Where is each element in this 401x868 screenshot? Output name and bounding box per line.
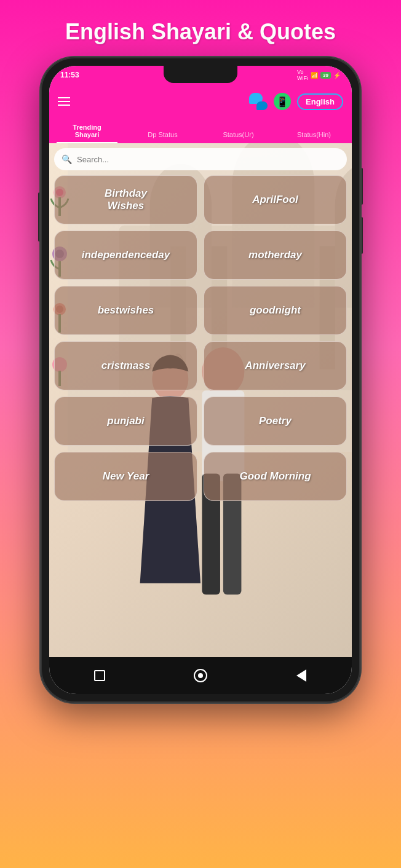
bottom-nav xyxy=(49,657,352,694)
hamburger-line1 xyxy=(58,97,70,98)
tab-status-ur[interactable]: Status(Ur) xyxy=(200,131,276,143)
battery-indicator: 39 xyxy=(320,72,331,79)
content-area: 🔍 BirthdayWishes AprilFool independenced… xyxy=(49,143,352,657)
search-icon: 🔍 xyxy=(62,154,72,164)
card-label-independence: independenceday xyxy=(82,249,170,261)
card-label-goodnight: goodnight xyxy=(250,304,301,317)
card-label-birthday: BirthdayWishes xyxy=(105,187,147,212)
home-circle-icon xyxy=(194,669,207,682)
list-item[interactable]: punjabi xyxy=(54,397,197,446)
search-input[interactable] xyxy=(77,155,339,164)
tab-status-hin[interactable]: Status(Hin) xyxy=(276,131,352,143)
chat-bubble-2 xyxy=(256,101,268,110)
card-label-cristmass: cristmass xyxy=(101,360,150,372)
hamburger-line3 xyxy=(58,105,70,106)
header-icons: 📱 English xyxy=(249,93,343,110)
list-item[interactable]: cristmass xyxy=(54,341,197,390)
back-nav-button[interactable] xyxy=(292,666,311,685)
card-label-poetry: Poetry xyxy=(259,415,292,427)
whatsapp-symbol: 📱 xyxy=(276,96,288,108)
category-grid: BirthdayWishes AprilFool independenceday… xyxy=(54,175,347,501)
square-icon xyxy=(94,670,105,681)
card-label-aprilfool: AprilFool xyxy=(252,194,298,206)
list-item[interactable]: bestwishes xyxy=(54,286,197,335)
chat-icon[interactable] xyxy=(249,93,268,110)
card-label-anniversary: Anniversary xyxy=(245,360,305,372)
phone-frame: 11:53 VoWiFi 📶 39 ⚡ xyxy=(41,57,360,703)
phone-body: 11:53 VoWiFi 📶 39 ⚡ xyxy=(41,57,360,703)
list-item[interactable]: motherday xyxy=(204,231,347,280)
signal-text: VoWiFi xyxy=(297,69,308,81)
card-label-bestwishes: bestwishes xyxy=(98,304,154,317)
list-item[interactable]: Good Morning xyxy=(204,452,347,501)
wifi-icon: 📶 xyxy=(311,72,318,79)
language-button[interactable]: English xyxy=(297,93,343,110)
tab-dp-status[interactable]: Dp Status xyxy=(125,131,200,143)
list-item[interactable]: BirthdayWishes xyxy=(54,175,197,224)
card-label-punjabi: punjabi xyxy=(107,415,144,427)
list-item[interactable]: New Year xyxy=(54,452,197,501)
tabs-bar: TrendingShayari Dp Status Status(Ur) Sta… xyxy=(49,119,352,143)
hamburger-line2 xyxy=(58,101,70,102)
status-time: 11:53 xyxy=(60,71,79,79)
search-bar[interactable]: 🔍 xyxy=(54,148,347,170)
volume-up-button xyxy=(360,168,363,205)
home-nav-button[interactable] xyxy=(191,666,210,685)
whatsapp-icon[interactable]: 📱 xyxy=(274,93,291,110)
tab-trending-label: TrendingShayari xyxy=(73,124,101,138)
tab-ur-label: Status(Ur) xyxy=(223,131,253,138)
notch xyxy=(164,66,237,83)
list-item[interactable]: AprilFool xyxy=(204,175,347,224)
back-arrow-icon xyxy=(296,669,306,682)
list-item[interactable]: goodnight xyxy=(204,286,347,335)
list-item[interactable]: Poetry xyxy=(204,397,347,446)
volume-down-button xyxy=(360,217,363,254)
list-item[interactable]: Anniversary xyxy=(204,341,347,390)
phone-screen: 11:53 VoWiFi 📶 39 ⚡ xyxy=(49,66,352,694)
app-header: 📱 English xyxy=(49,84,352,119)
status-icons: VoWiFi 📶 39 ⚡ xyxy=(297,69,341,81)
card-label-motherday: motherday xyxy=(248,249,302,261)
hamburger-menu[interactable] xyxy=(58,97,70,106)
card-label-newyear: New Year xyxy=(103,470,149,483)
card-label-goodmorning: Good Morning xyxy=(239,470,311,483)
page-title: English Shayari & Quotes xyxy=(53,18,348,45)
list-item[interactable]: independenceday xyxy=(54,231,197,280)
square-nav-button[interactable] xyxy=(90,666,109,685)
tab-dp-label: Dp Status xyxy=(148,131,177,138)
tab-trending-shayari[interactable]: TrendingShayari xyxy=(49,124,125,143)
tab-hin-label: Status(Hin) xyxy=(297,131,331,138)
charging-icon: ⚡ xyxy=(333,72,341,79)
